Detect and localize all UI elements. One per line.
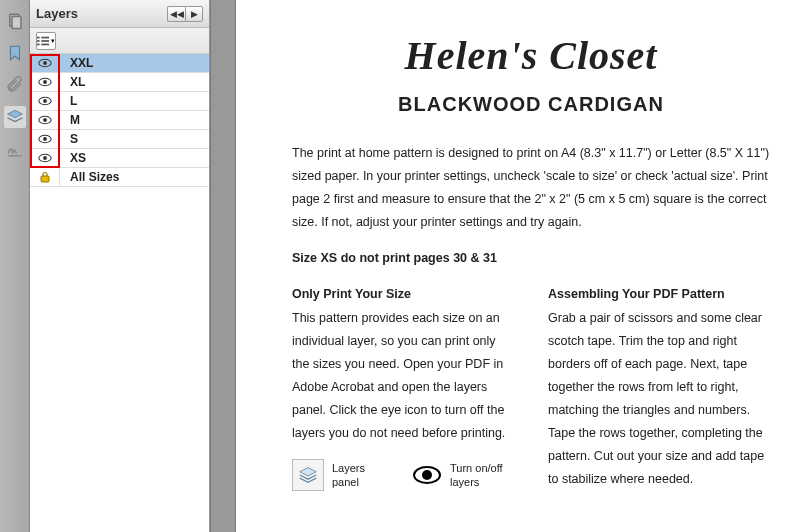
panel-next-button[interactable]: ▶ — [185, 6, 203, 22]
svg-rect-3 — [41, 36, 49, 38]
svg-rect-2 — [37, 36, 40, 38]
eye-icon[interactable] — [30, 54, 60, 72]
svg-point-9 — [43, 61, 47, 65]
layer-row[interactable]: XS — [30, 149, 209, 168]
document-view: Helen's Closet BLACKWOOD CARDIGAN The pr… — [236, 0, 800, 532]
intro-paragraph: The print at home pattern is designed to… — [292, 142, 770, 235]
svg-point-13 — [43, 99, 47, 103]
col2-heading: Assembling Your PDF Pattern — [548, 287, 770, 301]
svg-point-19 — [43, 156, 47, 160]
svg-rect-5 — [41, 40, 49, 42]
layer-label: M — [60, 113, 80, 127]
eye-icon[interactable] — [30, 111, 60, 129]
layers-toolbar: ▾ — [30, 28, 209, 54]
svg-point-15 — [43, 118, 47, 122]
layer-row[interactable]: M — [30, 111, 209, 130]
col2-body: Grab a pair of scissors and some clear s… — [548, 307, 770, 492]
svg-point-11 — [43, 80, 47, 84]
bookmark-icon[interactable] — [4, 42, 26, 64]
layer-row[interactable]: S — [30, 130, 209, 149]
layer-row[interactable]: L — [30, 92, 209, 111]
eye-legend-icon — [412, 465, 442, 485]
svg-rect-1 — [12, 17, 21, 29]
size-note: Size XS do not print pages 30 & 31 — [292, 251, 770, 265]
brand-title: Helen's Closet — [292, 32, 770, 79]
svg-rect-7 — [41, 43, 49, 45]
signature-icon[interactable] — [4, 138, 26, 160]
svg-point-22 — [422, 470, 432, 480]
layers-panel-header: Layers ◀◀ ▶ — [30, 0, 209, 28]
layers-legend-label: Layers panel — [332, 461, 388, 490]
eye-icon[interactable] — [30, 149, 60, 167]
svg-rect-4 — [37, 40, 40, 42]
product-title: BLACKWOOD CARDIGAN — [292, 93, 770, 116]
layers-options-button[interactable]: ▾ — [36, 32, 56, 50]
layer-row[interactable]: XXL — [30, 54, 209, 73]
eye-icon[interactable] — [30, 73, 60, 91]
legend: Layers panel Turn on/off layers — [292, 459, 514, 491]
panel-prev-button[interactable]: ◀◀ — [167, 6, 185, 22]
col1-heading: Only Print Your Size — [292, 287, 514, 301]
layer-label: XXL — [60, 56, 93, 70]
layer-label: All Sizes — [60, 170, 119, 184]
eye-legend-label: Turn on/off layers — [450, 461, 506, 490]
pages-icon[interactable] — [4, 10, 26, 32]
layer-row[interactable]: All Sizes — [30, 168, 209, 187]
column-left: Only Print Your Size This pattern provid… — [292, 287, 514, 492]
layer-label: L — [60, 94, 77, 108]
layers-list-container: XXLXLLMSXSAll Sizes — [30, 54, 209, 532]
layer-label: XL — [60, 75, 85, 89]
tool-rail — [0, 0, 30, 532]
svg-point-17 — [43, 137, 47, 141]
layer-label: S — [60, 132, 78, 146]
panel-gutter[interactable] — [210, 0, 236, 532]
lock-icon[interactable] — [30, 168, 60, 186]
column-right: Assembling Your PDF Pattern Grab a pair … — [548, 287, 770, 492]
layers-legend-icon — [292, 459, 324, 491]
layers-panel-title: Layers — [36, 6, 161, 21]
svg-rect-20 — [41, 176, 49, 182]
layer-label: XS — [60, 151, 86, 165]
layer-row[interactable]: XL — [30, 73, 209, 92]
eye-icon[interactable] — [30, 130, 60, 148]
svg-rect-6 — [37, 43, 40, 45]
attachment-icon[interactable] — [4, 74, 26, 96]
layers-panel: Layers ◀◀ ▶ ▾ XXLXLLMSXSAll Sizes — [30, 0, 210, 532]
layers-rail-icon[interactable] — [4, 106, 26, 128]
col1-body: This pattern provides each size on an in… — [292, 307, 514, 446]
eye-icon[interactable] — [30, 92, 60, 110]
